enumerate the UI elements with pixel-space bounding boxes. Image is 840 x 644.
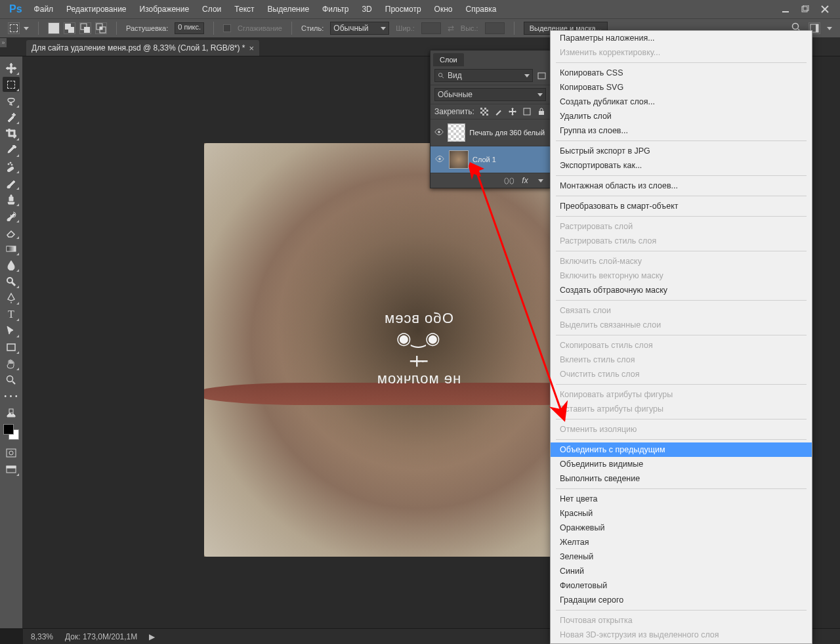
visibility-toggle-icon[interactable] <box>434 127 444 139</box>
more-tools[interactable]: • • • <box>3 389 20 404</box>
window-maximize-button[interactable] <box>797 3 814 16</box>
lasso-tool[interactable] <box>3 93 20 108</box>
healing-brush-tool[interactable] <box>3 159 20 174</box>
blur-tool[interactable] <box>3 257 20 272</box>
menu-type[interactable]: Текст <box>228 0 261 18</box>
select-intersect-icon[interactable] <box>95 22 107 34</box>
zoom-tool[interactable] <box>3 372 20 387</box>
eraser-tool[interactable] <box>3 225 20 240</box>
edit-toolbar[interactable] <box>3 405 20 420</box>
menu-help[interactable]: Справка <box>459 0 503 18</box>
context-menu-item[interactable]: Синий <box>551 564 812 578</box>
context-menu-item[interactable]: Фиолетовый <box>551 578 812 593</box>
context-menu-item[interactable]: Оранжевый <box>551 521 812 535</box>
context-menu-item[interactable]: Зеленый <box>551 549 812 564</box>
svg-rect-36 <box>524 108 530 115</box>
context-menu-item[interactable]: Красный <box>551 506 812 521</box>
feather-input[interactable]: 0 пикс. <box>175 22 204 34</box>
layer-row[interactable]: Слой 1 <box>430 146 550 173</box>
context-menu-item[interactable]: Удалить слой <box>551 109 812 123</box>
svg-rect-16 <box>7 166 14 172</box>
context-menu-item[interactable]: Создать дубликат слоя... <box>551 95 812 109</box>
menu-file[interactable]: Файл <box>28 0 60 18</box>
fx-icon[interactable]: fx <box>520 175 530 186</box>
layer-row[interactable]: Печать для 360 белый дл <box>430 119 550 146</box>
link-layers-icon[interactable]: ⬯⬯ <box>504 175 514 186</box>
context-menu-item[interactable]: Группа из слоев... <box>551 123 812 138</box>
menu-image[interactable]: Изображение <box>133 0 196 18</box>
menu-layer[interactable]: Слои <box>196 0 228 18</box>
context-menu-item[interactable]: Преобразовать в смарт-объект <box>551 199 812 213</box>
eyedropper-tool[interactable] <box>3 142 20 158</box>
context-menu-item[interactable]: Копировать CSS <box>551 66 812 80</box>
layer-name[interactable]: Слой 1 <box>472 156 496 163</box>
context-menu-item[interactable]: Копировать SVG <box>551 80 812 95</box>
context-menu-item[interactable]: Создать обтравочную маску <box>551 283 812 297</box>
hand-tool[interactable] <box>3 356 20 371</box>
style-select[interactable]: Обычный <box>330 22 389 35</box>
layer-context-menu: Параметры наложения...Изменить корректир… <box>550 30 812 644</box>
lock-position-icon[interactable] <box>509 107 518 116</box>
clone-stamp-tool[interactable] <box>3 192 20 207</box>
context-menu-item[interactable]: Быстрый экспорт в JPG <box>551 144 812 158</box>
color-swatches[interactable] <box>3 424 19 440</box>
window-minimize-button[interactable] <box>777 3 794 16</box>
move-tool[interactable] <box>3 60 20 75</box>
zoom-level[interactable]: 8,33% <box>31 632 53 641</box>
svg-point-39 <box>438 158 441 160</box>
select-add-icon[interactable] <box>64 22 75 34</box>
height-label: Выс.: <box>461 24 478 32</box>
lock-transparency-icon[interactable] <box>480 107 489 116</box>
menu-edit[interactable]: Редактирование <box>60 0 133 18</box>
menu-view[interactable]: Просмотр <box>379 0 428 18</box>
status-flyout-icon[interactable]: ▶ <box>149 632 155 641</box>
path-select-tool[interactable] <box>3 323 20 338</box>
gradient-tool[interactable] <box>3 241 20 256</box>
chevron-down-icon <box>524 74 530 77</box>
visibility-toggle-icon[interactable] <box>434 154 445 165</box>
context-menu-item[interactable]: Экспортировать как... <box>551 158 812 173</box>
context-menu-item[interactable]: Монтажная область из слоев... <box>551 179 812 193</box>
menu-filter[interactable]: Фильтр <box>316 0 355 18</box>
pen-tool[interactable] <box>3 290 20 305</box>
context-menu-item[interactable]: Градации серого <box>551 593 812 607</box>
lock-pixels-icon[interactable] <box>494 107 503 116</box>
menu-select[interactable]: Выделение <box>261 0 316 18</box>
tool-preset[interactable] <box>8 22 29 34</box>
panel-collapse-handle[interactable]: » <box>0 38 7 47</box>
document-tab[interactable]: Для сайта удаление меня.psd @ 8,33% (Сло… <box>26 40 259 56</box>
window-close-button[interactable] <box>816 3 833 16</box>
layers-filter-select[interactable]: Вид <box>434 69 533 82</box>
select-subtract-icon[interactable] <box>79 22 91 34</box>
filter-pixel-icon[interactable] <box>537 71 546 80</box>
close-icon[interactable]: × <box>249 43 254 53</box>
context-menu-item[interactable]: Нет цвета <box>551 492 812 506</box>
layer-name[interactable]: Печать для 360 белый дл <box>469 129 546 137</box>
lock-artboard-icon[interactable] <box>522 107 532 116</box>
context-menu-item[interactable]: Выполнить сведение <box>551 471 812 486</box>
context-menu-item[interactable]: Желтая <box>551 535 812 549</box>
shape-tool[interactable] <box>3 339 20 354</box>
context-menu-item[interactable]: Параметры наложения... <box>551 31 812 45</box>
screenmode-toggle[interactable] <box>3 462 20 477</box>
history-brush-tool[interactable] <box>3 208 20 223</box>
lock-all-icon[interactable] <box>537 107 546 116</box>
brush-tool[interactable] <box>3 175 20 190</box>
context-menu-item[interactable]: Объединить с предыдущим <box>551 442 812 457</box>
blend-mode-select[interactable]: Обычные <box>434 88 546 101</box>
layers-tab[interactable]: Слои <box>433 53 464 66</box>
layer-thumbnail[interactable] <box>448 123 465 142</box>
quickmask-toggle[interactable] <box>3 445 20 460</box>
magic-wand-tool[interactable] <box>3 110 20 125</box>
crop-tool[interactable] <box>3 126 20 141</box>
menu-window[interactable]: Окно <box>428 0 459 18</box>
foreground-color-swatch[interactable] <box>3 424 14 435</box>
select-new-icon[interactable] <box>48 22 60 34</box>
doc-info[interactable]: Док: 173,0M/201,1M <box>65 632 137 641</box>
menu-3d[interactable]: 3D <box>355 0 378 18</box>
marquee-tool[interactable] <box>3 77 20 92</box>
type-tool[interactable]: T <box>3 307 20 322</box>
layer-thumbnail[interactable] <box>449 150 469 169</box>
context-menu-item[interactable]: Объединить видимые <box>551 457 812 471</box>
dodge-tool[interactable] <box>3 274 20 289</box>
